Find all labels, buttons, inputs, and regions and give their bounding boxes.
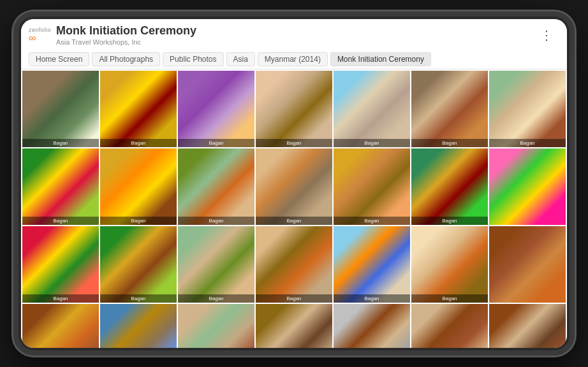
photo-location-label: Bagan xyxy=(334,294,410,303)
photo-bg xyxy=(178,148,254,225)
photo-location-label: Bagan xyxy=(178,139,254,147)
photo-bg xyxy=(100,226,177,303)
photo-cell-r4c4[interactable] xyxy=(256,304,332,348)
photo-location-label: Bagan xyxy=(100,139,177,147)
photo-location-label: Bagan xyxy=(178,294,254,303)
photo-location-label: Bagan xyxy=(256,217,332,225)
photo-location-label: Bagan xyxy=(22,139,99,147)
photo-cell-r2c3[interactable]: Bagan xyxy=(178,148,254,225)
photo-bg xyxy=(22,304,99,348)
photo-grid: BaganBaganBaganBaganBaganBaganBaganBagan… xyxy=(21,69,567,348)
photo-bg xyxy=(256,71,332,147)
photo-cell-r2c7[interactable] xyxy=(489,148,566,225)
photo-location-label: Bagan xyxy=(256,294,332,303)
header-top: zenfolio ∞ Monk Initiation Ceremony Asia… xyxy=(29,24,559,50)
photo-bg xyxy=(22,226,99,303)
breadcrumb-all-photos[interactable]: All Photographs xyxy=(92,52,160,66)
photo-bg xyxy=(489,304,566,348)
photo-bg xyxy=(334,226,410,303)
breadcrumb-myanmar[interactable]: Myanmar (2014) xyxy=(258,52,328,66)
photo-bg xyxy=(178,304,254,348)
photo-bg xyxy=(256,226,332,303)
photo-bg xyxy=(411,71,488,147)
header: zenfolio ∞ Monk Initiation Ceremony Asia… xyxy=(21,19,567,69)
photo-cell-r2c4[interactable]: Bagan xyxy=(256,148,332,225)
photo-location-label: Bagan xyxy=(100,217,177,225)
photo-cell-r1c1[interactable]: Bagan xyxy=(22,71,99,147)
photo-bg xyxy=(100,71,177,147)
photo-cell-r3c1[interactable]: Bagan xyxy=(22,226,99,303)
photo-grid-container: BaganBaganBaganBaganBaganBaganBaganBagan… xyxy=(21,69,567,348)
more-options-icon[interactable]: ⋮ xyxy=(535,26,559,44)
breadcrumb-public-photos[interactable]: Public Photos xyxy=(163,52,223,66)
breadcrumb: Home Screen All Photographs Public Photo… xyxy=(29,50,559,69)
photo-location-label: Bagan xyxy=(334,217,410,225)
photo-bg xyxy=(22,148,99,225)
device-screen: zenfolio ∞ Monk Initiation Ceremony Asia… xyxy=(21,19,567,348)
photo-bg xyxy=(100,304,177,348)
photo-bg xyxy=(256,304,332,348)
photo-bg xyxy=(334,71,410,147)
photo-cell-r1c5[interactable]: Bagan xyxy=(334,71,410,147)
photo-cell-r2c5[interactable]: Bagan xyxy=(334,148,410,225)
photo-cell-r1c4[interactable]: Bagan xyxy=(256,71,332,147)
photo-cell-r1c2[interactable]: Bagan xyxy=(100,71,177,147)
header-title-block: Monk Initiation Ceremony Asia Travel Wor… xyxy=(56,24,196,46)
photo-cell-r2c1[interactable]: Bagan xyxy=(22,148,99,225)
photo-cell-r3c6[interactable]: Bagan xyxy=(411,226,488,303)
photo-bg xyxy=(22,71,99,147)
photo-location-label: Bagan xyxy=(22,294,99,303)
photo-cell-r4c5[interactable] xyxy=(334,304,410,348)
photo-cell-r2c2[interactable]: Bagan xyxy=(100,148,177,225)
photo-bg xyxy=(411,304,488,348)
breadcrumb-asia[interactable]: Asia xyxy=(226,52,255,66)
photo-location-label: Bagan xyxy=(489,139,566,147)
device-frame: zenfolio ∞ Monk Initiation Ceremony Asia… xyxy=(13,11,575,356)
photo-bg xyxy=(256,148,332,225)
photo-location-label: Bagan xyxy=(100,294,177,303)
photo-cell-r2c6[interactable]: Bagan xyxy=(411,148,488,225)
photo-bg xyxy=(178,226,254,303)
photo-cell-r3c5[interactable]: Bagan xyxy=(334,226,410,303)
photo-cell-r4c2[interactable] xyxy=(100,304,177,348)
photo-cell-r1c3[interactable]: Bagan xyxy=(178,71,254,147)
photo-bg xyxy=(411,226,488,303)
photo-cell-r3c7[interactable] xyxy=(489,226,566,303)
photo-location-label: Bagan xyxy=(22,217,99,225)
photo-location-label: Bagan xyxy=(334,139,410,147)
photo-cell-r3c3[interactable]: Bagan xyxy=(178,226,254,303)
photo-bg xyxy=(489,71,566,147)
header-left: zenfolio ∞ Monk Initiation Ceremony Asia… xyxy=(29,24,196,46)
gallery-title: Monk Initiation Ceremony xyxy=(56,24,196,38)
photo-cell-r4c1[interactable] xyxy=(22,304,99,348)
photo-location-label: Bagan xyxy=(411,294,488,303)
photo-bg xyxy=(334,304,410,348)
photo-cell-r4c7[interactable] xyxy=(489,304,566,348)
photo-location-label: Bagan xyxy=(178,217,254,225)
photo-cell-r4c3[interactable] xyxy=(178,304,254,348)
gallery-subtitle: Asia Travel Workshops, Inc xyxy=(56,38,196,46)
photo-bg xyxy=(334,148,410,225)
photo-cell-r3c4[interactable]: Bagan xyxy=(256,226,332,303)
photo-location-label: Bagan xyxy=(411,139,488,147)
photo-cell-r3c2[interactable]: Bagan xyxy=(100,226,177,303)
photo-bg xyxy=(411,148,488,225)
photo-cell-r4c6[interactable] xyxy=(411,304,488,348)
photo-bg xyxy=(100,148,177,225)
photo-location-label: Bagan xyxy=(411,217,488,225)
zenfolio-logo: zenfolio ∞ xyxy=(29,27,51,43)
photo-cell-r1c7[interactable]: Bagan xyxy=(489,71,566,147)
zenfolio-infinity-icon: ∞ xyxy=(29,33,36,43)
photo-bg xyxy=(489,226,566,303)
photo-bg xyxy=(178,71,254,147)
breadcrumb-home[interactable]: Home Screen xyxy=(29,52,89,66)
breadcrumb-monk-ceremony[interactable]: Monk Initiation Ceremony xyxy=(330,52,431,66)
photo-location-label: Bagan xyxy=(256,139,332,147)
photo-bg xyxy=(489,148,566,225)
photo-cell-r1c6[interactable]: Bagan xyxy=(411,71,488,147)
